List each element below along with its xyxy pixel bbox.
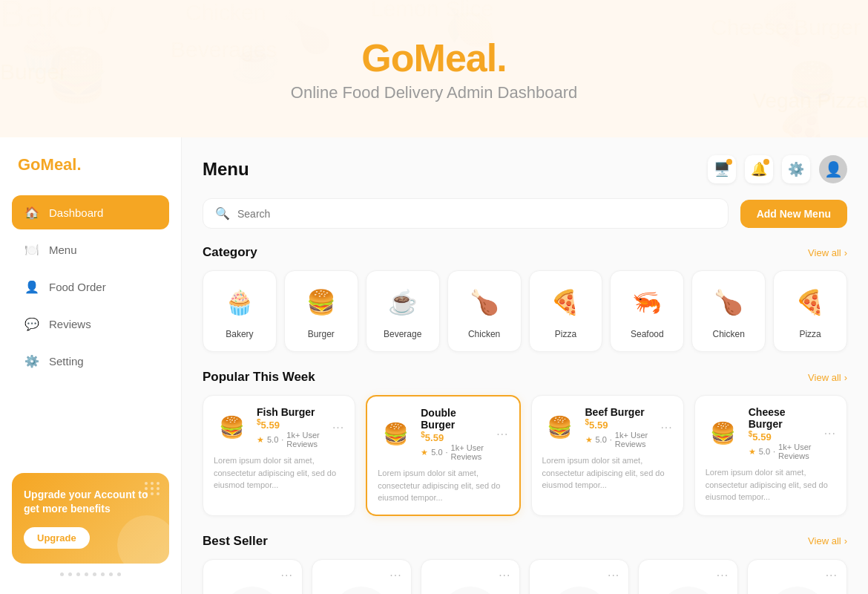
cheese-burger-img: 🍔: [706, 416, 741, 451]
beef-burger-img: 🍔: [542, 410, 578, 446]
popular-double-burger[interactable]: 🍔 Double Burger $5.59 ★ 5.0 · 1k+ User R…: [366, 395, 520, 516]
bestseller-japanese-ramen[interactable]: ··· 🍜 Japanese Ramen $5.59: [312, 559, 412, 594]
upgrade-card-text: Upgrade your Account to get more benefit…: [24, 488, 157, 517]
pizza-label-2: Pizza: [799, 329, 821, 339]
star-icon: ★: [257, 435, 264, 445]
cheese-burger-menu[interactable]: ···: [824, 427, 836, 440]
category-beverage[interactable]: ☕ Beverage: [366, 270, 440, 352]
food-order-icon: 👤: [24, 278, 40, 295]
category-pizza-1[interactable]: 🍕 Pizza: [529, 270, 603, 352]
search-box: 🔍: [203, 198, 729, 229]
sidebar-item-food-order[interactable]: 👤 Food Order: [12, 270, 169, 304]
popular-card-header-4: 🍔 Cheese Burger $5.59 ★ 5.0 · 1k+ User R…: [706, 406, 836, 460]
category-chicken-2[interactable]: 🍗 Chicken: [691, 270, 766, 352]
bs-header-3: ···: [430, 569, 511, 582]
hero-brand: GoMeal: [361, 36, 496, 79]
bestseller-section-header: Best Seller View all ›: [203, 534, 847, 549]
popular-view-all[interactable]: View all ›: [808, 372, 847, 383]
bs-header-5: ···: [648, 569, 729, 582]
popular-card-header-2: 🍔 Double Burger $5.59 ★ 5.0 · 1k+ User R…: [378, 407, 508, 461]
search-add-row: 🔍 Add New Menu: [203, 198, 847, 229]
double-burger-desc: Lorem ipsum dolor sit amet, consectetur …: [378, 467, 508, 504]
search-input[interactable]: [237, 208, 716, 220]
category-seafood[interactable]: 🦐 Seafood: [610, 270, 684, 352]
bestseller-vegan-pizza[interactable]: ··· 🍕 Vegan Pizza $5.59: [529, 559, 629, 594]
add-new-menu-button[interactable]: Add New Menu: [740, 200, 847, 228]
bestseller-view-all[interactable]: View all ›: [808, 535, 847, 546]
bs-header-4: ···: [539, 569, 619, 582]
avatar-image: 👤: [824, 160, 843, 178]
beef-burger-bs-menu-icon[interactable]: ···: [717, 569, 729, 582]
popular-chevron-icon: ›: [844, 372, 847, 383]
bestseller-fish-burger[interactable]: ··· 🍔 Fish Burger $5.59: [747, 559, 847, 594]
popular-cheese-burger[interactable]: 🍔 Cheese Burger $5.59 ★ 5.0 · 1k+ User R…: [694, 395, 847, 516]
cheese-burger-name: Cheese Burger: [749, 406, 817, 430]
fried-rice-img: 🍛: [441, 587, 500, 594]
bestseller-chevron-icon: ›: [844, 535, 847, 546]
double-burger-menu[interactable]: ···: [496, 428, 508, 441]
bestseller-title: Best Seller: [203, 534, 268, 549]
pizza-label-1: Pizza: [555, 329, 576, 339]
bs-header-2: ···: [321, 569, 402, 582]
vegan-pizza-menu-icon[interactable]: ···: [608, 569, 619, 582]
setting-icon: ⚙️: [24, 353, 40, 369]
sidebar-menu-label: Menu: [49, 244, 77, 256]
star-icon-3: ★: [585, 435, 593, 445]
sidebar-item-reviews[interactable]: 💬 Reviews: [12, 307, 169, 341]
fish-burger-bs-menu-icon[interactable]: ···: [826, 569, 838, 582]
sidebar-logo-text: GoMeal: [18, 155, 76, 174]
sidebar-bottom-dots: [12, 572, 169, 576]
double-burger-info: Double Burger $5.59 ★ 5.0 · 1k+ User Rev…: [421, 407, 489, 461]
dashboard-icon: 🏠: [24, 204, 40, 221]
avatar[interactable]: 👤: [819, 155, 847, 183]
sidebar-item-setting[interactable]: ⚙️ Setting: [12, 344, 169, 378]
ramen-menu-icon[interactable]: ···: [389, 569, 401, 582]
pepperoni-menu-icon[interactable]: ···: [280, 569, 292, 582]
category-burger[interactable]: 🍔 Burger: [284, 270, 358, 352]
fish-burger-price: $5.59: [257, 418, 325, 431]
beef-burger-menu[interactable]: ···: [660, 421, 672, 434]
bs-header-1: ···: [212, 569, 293, 582]
reviews-icon: 💬: [24, 316, 40, 332]
double-burger-img: 🍔: [378, 417, 413, 452]
beverage-label: Beverage: [384, 329, 421, 339]
fish-burger-bs-img: 🍔: [768, 587, 827, 594]
beef-burger-price: $5.59: [585, 418, 654, 431]
category-bakery[interactable]: 🧁 Bakery: [203, 270, 277, 352]
monitor-btn[interactable]: 🖥️: [708, 155, 736, 183]
beef-burger-name: Beef Burger: [585, 406, 654, 418]
bestseller-pepperoni-pizza[interactable]: ··· 🍕 Pepperoni Pizza $5.59: [203, 559, 303, 594]
sidebar-item-dashboard[interactable]: 🏠 Dashboard: [12, 195, 169, 229]
settings-btn[interactable]: ⚙️: [782, 155, 810, 183]
category-pizza-2[interactable]: 🍕 Pizza: [773, 270, 847, 352]
category-section-header: Category View all ›: [203, 245, 847, 260]
upgrade-card: Upgrade your Account to get more benefit…: [12, 473, 169, 564]
sidebar-item-menu[interactable]: 🍽️ Menu: [12, 232, 169, 267]
bakery-icon: 🧁: [220, 283, 259, 322]
content-area: Menu 🖥️ 🔔 ⚙️ 👤 🔍: [182, 137, 868, 594]
notifications-btn[interactable]: 🔔: [745, 155, 773, 183]
pepperoni-img: 🍕: [223, 587, 282, 594]
popular-beef-burger[interactable]: 🍔 Beef Burger $5.59 ★ 5.0 · 1k+ User Rev…: [531, 395, 684, 516]
popular-fish-burger[interactable]: 🍔 Fish Burger $5.59 ★ 5.0 · 1k+ User Rev…: [203, 395, 355, 516]
cheese-burger-price: $5.59: [749, 430, 817, 443]
sidebar-logo-dot: .: [76, 155, 81, 174]
chicken-icon-1: 🍗: [465, 283, 504, 322]
sidebar-reviews-label: Reviews: [49, 318, 91, 330]
beef-burger-info: Beef Burger $5.59 ★ 5.0 · 1k+ User Revie…: [585, 406, 654, 448]
bakery-label: Bakery: [226, 329, 253, 339]
cheese-burger-rating: ★ 5.0 · 1k+ User Reviews: [749, 443, 817, 460]
category-chicken-1[interactable]: 🍗 Chicken: [447, 270, 522, 352]
cheese-burger-desc: Lorem ipsum dolor sit amet, consectetur …: [706, 466, 836, 503]
fried-rice-menu-icon[interactable]: ···: [499, 569, 510, 582]
sidebar: GoMeal. 🏠 Dashboard 🍽️ Menu 👤 Food Order…: [0, 137, 182, 594]
bestseller-beef-burger[interactable]: ··· 🍔 Beef Burger $5.59: [638, 559, 738, 594]
pizza-icon-2: 🍕: [791, 283, 829, 322]
upgrade-button[interactable]: Upgrade: [24, 527, 90, 549]
bs-header-6: ···: [757, 569, 838, 582]
fish-burger-name: Fish Burger: [257, 406, 325, 418]
fish-burger-menu[interactable]: ···: [332, 421, 344, 434]
category-title: Category: [203, 245, 257, 260]
category-view-all[interactable]: View all ›: [808, 247, 847, 258]
bestseller-fried-rice[interactable]: ··· 🍛 Fried Rice $5.59: [421, 559, 521, 594]
